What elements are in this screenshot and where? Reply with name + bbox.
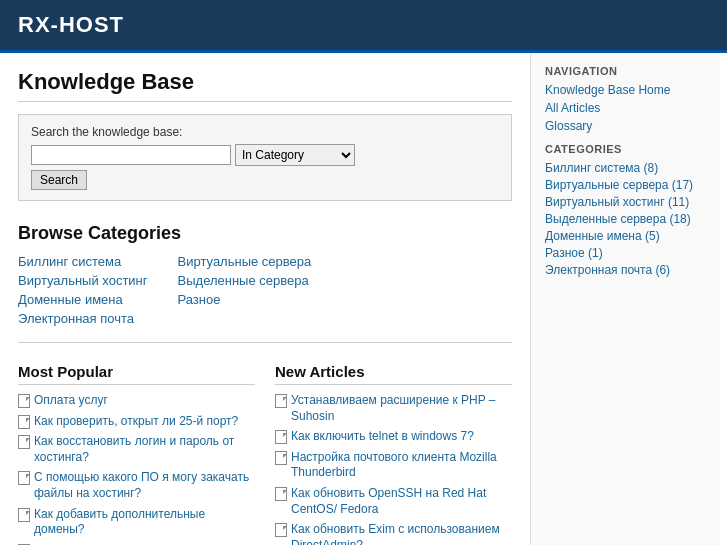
article-icon xyxy=(18,508,30,522)
list-item: Как восстановить логин и пароль от хости… xyxy=(18,434,255,465)
list-item: Как включить telnet в windows 7? xyxy=(275,429,512,445)
category-link[interactable]: Виртуальный хостинг xyxy=(18,273,148,288)
article-icon xyxy=(18,415,30,429)
article-link[interactable]: Оплата услуг xyxy=(34,393,108,409)
sidebar-cat-email[interactable]: Электронная почта (6) xyxy=(545,263,706,277)
article-icon xyxy=(275,430,287,444)
sidebar-item-all-articles[interactable]: All Articles xyxy=(545,101,706,115)
categories-col-2: Виртуальные сервера Выделенные сервера Р… xyxy=(178,254,312,330)
list-item: Как добавить дополнительные домены? xyxy=(18,507,255,538)
category-link[interactable]: Виртуальные сервера xyxy=(178,254,312,269)
categories-grid: Биллинг система Виртуальный хостинг Доме… xyxy=(18,254,512,330)
sidebar: NAVIGATION Knowledge Base Home All Artic… xyxy=(530,53,720,545)
sidebar-cat-domains[interactable]: Доменные имена (5) xyxy=(545,229,706,243)
sidebar-cat-billing[interactable]: Биллинг система (8) xyxy=(545,161,706,175)
search-section: Search the knowledge base: In Category S… xyxy=(18,114,512,201)
list-item: Как обновить OpenSSH на Red Hat CentOS/ … xyxy=(275,486,512,517)
article-icon xyxy=(275,487,287,501)
new-articles-section: New Articles Устанавливаем расширение к … xyxy=(275,359,512,545)
most-popular-section: Most Popular Оплата услуг Как проверить,… xyxy=(18,359,255,545)
list-item: Как обновить Exim с использованием Direc… xyxy=(275,522,512,545)
article-icon xyxy=(18,435,30,449)
sidebar-cat-virtual-hosting[interactable]: Виртуальный хостинг (11) xyxy=(545,195,706,209)
article-icon xyxy=(275,523,287,537)
site-title: RX-HOST xyxy=(18,12,709,38)
sidebar-nav: Knowledge Base Home All Articles Glossar… xyxy=(545,83,706,133)
list-item: Настройка почтового клиента Mozilla Thun… xyxy=(275,450,512,481)
sidebar-cat-virtual-servers[interactable]: Виртуальные сервера (17) xyxy=(545,178,706,192)
browse-categories-title: Browse Categories xyxy=(18,223,512,244)
list-item: С помощью какого ПО я могу закачать файл… xyxy=(18,470,255,501)
article-icon xyxy=(18,471,30,485)
sidebar-item-knowledge-base-home[interactable]: Knowledge Base Home xyxy=(545,83,706,97)
category-link[interactable]: Биллинг система xyxy=(18,254,148,269)
categories-col-1: Биллинг система Виртуальный хостинг Доме… xyxy=(18,254,148,330)
search-category-select[interactable]: In Category xyxy=(235,144,355,166)
list-item: Оплата услуг xyxy=(18,393,255,409)
sidebar-item-glossary[interactable]: Glossary xyxy=(545,119,706,133)
page-layout: Knowledge Base Search the knowledge base… xyxy=(0,53,727,545)
sidebar-categories-title: CATEGORIES xyxy=(545,143,706,155)
list-item: Устанавливаем расширение к PHP – Suhosin xyxy=(275,393,512,424)
page-title: Knowledge Base xyxy=(18,69,512,102)
sidebar-cat-misc[interactable]: Разное (1) xyxy=(545,246,706,260)
article-link[interactable]: Как восстановить логин и пароль от хости… xyxy=(34,434,255,465)
list-item: Как проверить, открыт ли 25-й порт? xyxy=(18,414,255,430)
category-link[interactable]: Доменные имена xyxy=(18,292,148,307)
search-input[interactable] xyxy=(31,145,231,165)
article-link[interactable]: Как добавить дополнительные домены? xyxy=(34,507,255,538)
header: RX-HOST xyxy=(0,0,727,53)
article-icon xyxy=(18,394,30,408)
article-link[interactable]: Настройка почтового клиента Mozilla Thun… xyxy=(291,450,512,481)
article-link[interactable]: Как обновить Exim с использованием Direc… xyxy=(291,522,512,545)
search-label: Search the knowledge base: xyxy=(31,125,499,139)
search-row: In Category xyxy=(31,144,499,166)
article-link[interactable]: С помощью какого ПО я могу закачать файл… xyxy=(34,470,255,501)
article-link[interactable]: Как включить telnet в windows 7? xyxy=(291,429,474,445)
sidebar-nav-title: NAVIGATION xyxy=(545,65,706,77)
articles-row: Most Popular Оплата услуг Как проверить,… xyxy=(18,359,512,545)
article-icon xyxy=(275,394,287,408)
article-link[interactable]: Как проверить, открыт ли 25-й порт? xyxy=(34,414,238,430)
main-content: Knowledge Base Search the knowledge base… xyxy=(0,53,530,545)
sidebar-cat-dedicated-servers[interactable]: Выделенные сервера (18) xyxy=(545,212,706,226)
most-popular-title: Most Popular xyxy=(18,363,255,385)
search-button[interactable]: Search xyxy=(31,170,87,190)
new-articles-title: New Articles xyxy=(275,363,512,385)
sidebar-categories: Биллинг система (8) Виртуальные сервера … xyxy=(545,161,706,277)
article-link[interactable]: Устанавливаем расширение к PHP – Suhosin xyxy=(291,393,512,424)
category-link[interactable]: Разное xyxy=(178,292,312,307)
browse-categories-section: Browse Categories Биллинг система Виртуа… xyxy=(18,223,512,343)
article-link[interactable]: Как обновить OpenSSH на Red Hat CentOS/ … xyxy=(291,486,512,517)
category-link[interactable]: Электронная почта xyxy=(18,311,148,326)
article-icon xyxy=(275,451,287,465)
category-link[interactable]: Выделенные сервера xyxy=(178,273,312,288)
